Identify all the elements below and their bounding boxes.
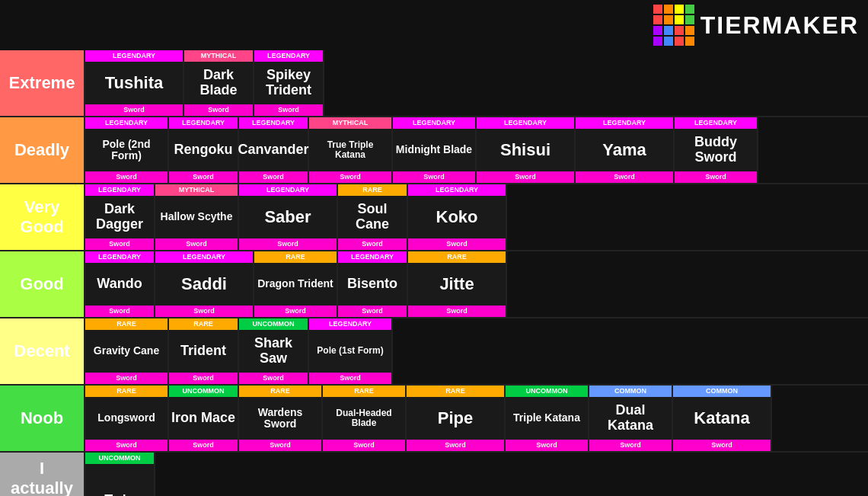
item-name: Katana	[673, 397, 771, 440]
item-type: Sword	[85, 373, 168, 384]
item-cell[interactable]: RareLongswordSword	[85, 386, 169, 451]
item-cell[interactable]: UncommonTwin HooksSword	[85, 453, 155, 496]
tier-items-idk: UncommonTwin HooksSword	[84, 453, 868, 496]
item-cell[interactable]: LegendaryYamaSword	[576, 117, 675, 183]
item-badge: Rare	[254, 251, 337, 263]
item-badge: Legendary	[85, 184, 154, 196]
item-cell[interactable]: RareDual-Headed BladeSword	[323, 386, 407, 451]
logo-pixel	[653, 37, 662, 46]
item-badge: Legendary	[239, 117, 308, 129]
item-type: Sword	[85, 238, 154, 250]
tier-row-deadly: DeadlyLegendaryPole (2nd Form)SwordLegen…	[0, 117, 868, 184]
item-cell[interactable]: LegendaryShisuiSword	[477, 117, 576, 183]
item-name: Dual Katana	[589, 397, 672, 440]
item-name: Pole (1st Form)	[309, 330, 391, 373]
item-type: Sword	[673, 440, 771, 451]
item-cell[interactable]: CommonKatanaSword	[673, 386, 772, 451]
item-cell[interactable]: LegendaryDark DaggerSword	[85, 184, 155, 250]
item-cell[interactable]: LegendaryBisentoSword	[338, 251, 408, 317]
item-cell[interactable]: LegendaryBuddy SwordSword	[675, 117, 758, 183]
item-cell[interactable]: LegendaryPole (2nd Form)Sword	[85, 117, 169, 183]
tier-items-noob: RareLongswordSwordUncommonIron MaceSword…	[84, 386, 868, 451]
item-type: Sword	[477, 171, 574, 183]
item-type: Sword	[169, 171, 238, 183]
tier-label-verygood: Very Good	[0, 184, 84, 250]
item-type: Sword	[407, 440, 504, 451]
item-name: Iron Mace	[169, 397, 238, 440]
item-cell[interactable]: LegendaryWandoSword	[85, 251, 155, 317]
item-cell[interactable]: MythicalTrue Triple KatanaSword	[309, 117, 393, 183]
item-badge: Rare	[407, 386, 504, 397]
item-cell[interactable]: RareSoul CaneSword	[338, 184, 408, 250]
item-cell[interactable]: LegendaryTushitaSword	[85, 50, 184, 116]
item-type: Sword	[254, 306, 337, 317]
item-name: Saddi	[155, 263, 253, 306]
logo-pixel	[664, 26, 673, 35]
item-cell[interactable]: LegendaryMidnight BladeSword	[393, 117, 477, 183]
item-badge: Rare	[338, 184, 407, 196]
logo-pixel	[685, 26, 694, 35]
tier-row-idk: I actually don't even knowUncommonTwin H…	[0, 453, 868, 496]
tier-label-good: Good	[0, 251, 84, 317]
tier-row-extreme: ExtremeLegendaryTushitaSwordMythicalDark…	[0, 50, 868, 117]
item-badge: Legendary	[85, 50, 183, 62]
logo-text: TiERMAKER	[700, 11, 859, 40]
item-type: Sword	[323, 440, 405, 451]
item-type: Sword	[239, 171, 308, 183]
item-name: Soul Cane	[338, 196, 407, 238]
item-cell[interactable]: RareGravity CaneSword	[85, 318, 169, 384]
tier-table: ExtremeLegendaryTushitaSwordMythicalDark…	[0, 50, 868, 496]
item-cell[interactable]: UncommonTriple KatanaSword	[506, 386, 589, 451]
item-badge: Legendary	[169, 117, 238, 129]
tier-label-extreme: Extreme	[0, 50, 84, 116]
item-name: Jitte	[408, 263, 506, 306]
item-name: Buddy Sword	[675, 129, 757, 171]
item-type: Sword	[506, 440, 588, 451]
item-name: Bisento	[338, 263, 407, 306]
item-cell[interactable]: LegendaryKokoSword	[408, 184, 507, 250]
item-name: Gravity Cane	[85, 330, 168, 373]
logo-pixel	[675, 15, 684, 24]
item-cell[interactable]: RareWardens SwordSword	[239, 386, 323, 451]
item-cell[interactable]: RareJitteSword	[408, 251, 507, 317]
logo-pixel	[685, 37, 694, 46]
item-cell[interactable]: LegendarySaberSword	[239, 184, 338, 250]
item-type: Sword	[169, 440, 238, 451]
item-name: Tushita	[85, 62, 183, 104]
item-cell[interactable]: LegendarySpikey TridentSword	[254, 50, 324, 116]
tier-label-idk: I actually don't even know	[0, 453, 84, 496]
item-badge: Rare	[169, 318, 238, 330]
item-cell[interactable]: MythicalHallow ScytheSword	[155, 184, 239, 250]
logo-grid	[653, 5, 694, 46]
item-badge: Legendary	[393, 117, 475, 129]
item-type: Sword	[576, 171, 673, 183]
item-cell[interactable]: UncommonIron MaceSword	[169, 386, 239, 451]
item-badge: Mythical	[184, 50, 253, 62]
item-cell[interactable]: RareDragon TridentSword	[254, 251, 338, 317]
item-type: Sword	[589, 440, 672, 451]
item-type: Sword	[184, 104, 253, 116]
item-cell[interactable]: MythicalDark BladeSword	[184, 50, 254, 116]
item-type: Sword	[309, 373, 391, 384]
item-cell[interactable]: CommonDual KatanaSword	[589, 386, 673, 451]
item-badge: Legendary	[239, 184, 337, 196]
logo-pixel	[685, 5, 694, 14]
item-cell[interactable]: LegendaryPole (1st Form)Sword	[309, 318, 393, 384]
item-name: Triple Katana	[506, 397, 588, 440]
item-badge: Legendary	[309, 318, 391, 330]
item-badge: Legendary	[254, 50, 323, 62]
item-name: Yama	[576, 129, 673, 171]
item-cell[interactable]: LegendaryCanvanderSword	[239, 117, 309, 183]
item-type: Sword	[408, 306, 506, 317]
item-cell[interactable]: LegendaryRengokuSword	[169, 117, 239, 183]
item-name: Twin Hooks	[85, 464, 154, 496]
item-cell[interactable]: RareTridentSword	[169, 318, 239, 384]
item-name: Wando	[85, 263, 154, 306]
tier-label-deadly: Deadly	[0, 117, 84, 183]
item-badge: Legendary	[408, 184, 506, 196]
item-cell[interactable]: UncommonShark SawSword	[239, 318, 309, 384]
item-cell[interactable]: LegendarySaddiSword	[155, 251, 254, 317]
item-type: Sword	[338, 238, 407, 250]
item-badge: Common	[589, 386, 672, 397]
item-cell[interactable]: RarePipeSword	[407, 386, 506, 451]
